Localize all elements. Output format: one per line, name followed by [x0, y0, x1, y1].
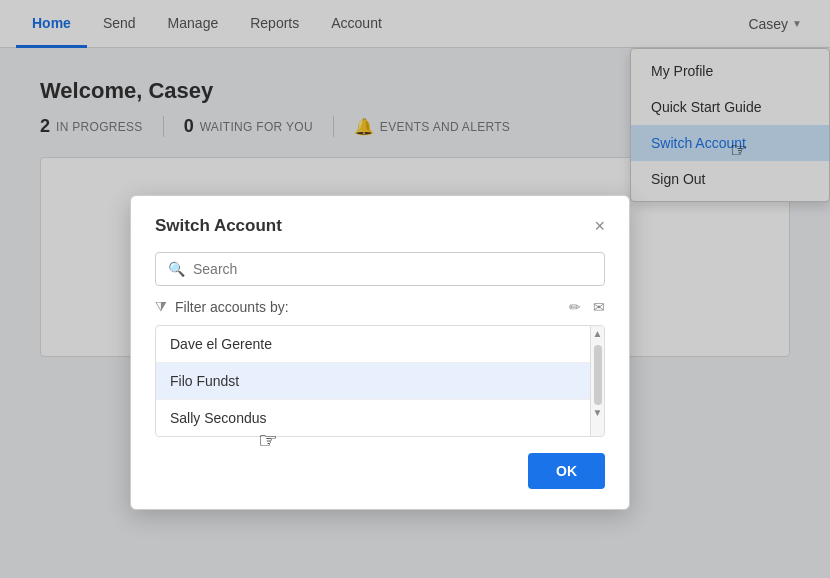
- account-item-sally[interactable]: Sally Secondus: [156, 400, 604, 436]
- account-item-filo[interactable]: Filo Fundst: [156, 363, 604, 400]
- filter-left: ⧩ Filter accounts by:: [155, 298, 289, 315]
- search-icon: 🔍: [168, 261, 185, 277]
- modal-footer: OK: [155, 453, 605, 489]
- filter-icons: ✏ ✉: [569, 299, 605, 315]
- account-list: Dave el Gerente Filo Fundst Sally Second…: [156, 326, 604, 436]
- scroll-indicator: ▲ ▼: [590, 326, 604, 436]
- envelope-icon[interactable]: ✉: [593, 299, 605, 315]
- edit-icon[interactable]: ✏: [569, 299, 581, 315]
- filter-funnel-icon: ⧩: [155, 298, 167, 315]
- modal-close-button[interactable]: ×: [594, 217, 605, 235]
- filter-label: Filter accounts by:: [175, 299, 289, 315]
- account-list-wrapper: Dave el Gerente Filo Fundst Sally Second…: [155, 325, 605, 437]
- modal-header: Switch Account ×: [155, 216, 605, 236]
- search-box: 🔍: [155, 252, 605, 286]
- scroll-thumb[interactable]: [594, 345, 602, 405]
- modal-title: Switch Account: [155, 216, 282, 236]
- ok-button[interactable]: OK: [528, 453, 605, 489]
- filter-bar: ⧩ Filter accounts by: ✏ ✉: [155, 298, 605, 315]
- search-input[interactable]: [193, 261, 592, 277]
- scroll-up-arrow[interactable]: ▲: [591, 326, 605, 341]
- switch-account-modal: Switch Account × 🔍 ⧩ Filter accounts by:…: [130, 195, 630, 510]
- scroll-down-arrow[interactable]: ▼: [591, 405, 605, 420]
- account-item-dave[interactable]: Dave el Gerente: [156, 326, 604, 363]
